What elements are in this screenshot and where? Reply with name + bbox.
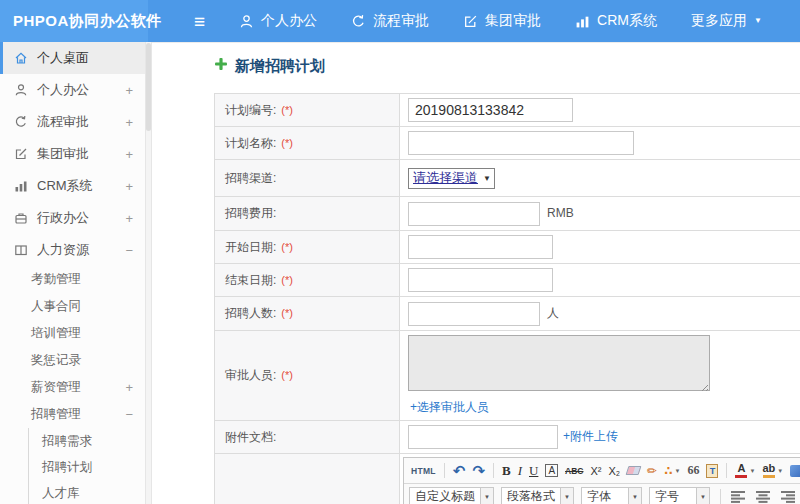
end-date-input[interactable]	[408, 268, 553, 292]
collapse-minus-icon[interactable]: −	[125, 407, 133, 422]
expand-plus-icon[interactable]: +	[125, 179, 133, 194]
font-color-button[interactable]: A▼	[733, 461, 757, 481]
app-logo: PHPOA协同办公软件	[0, 0, 148, 42]
approver-textarea[interactable]	[408, 335, 710, 391]
expand-plus-icon[interactable]: +	[125, 380, 133, 395]
sidebar-item-admin-office[interactable]: 行政办公 +	[0, 202, 145, 234]
border-text-button[interactable]: A	[545, 464, 558, 477]
edit-pen-icon	[14, 147, 28, 161]
form-row-end-date: 结束日期:(*)	[215, 264, 800, 297]
plan-name-input[interactable]	[408, 131, 634, 155]
italic-button[interactable]: I	[516, 461, 524, 481]
sidebar-item-recruit-demand[interactable]: 招聘需求	[29, 428, 145, 454]
sidebar-item-crm[interactable]: CRM系统 +	[0, 170, 145, 202]
bold-button[interactable]: B	[500, 461, 513, 481]
expand-plus-icon[interactable]: +	[125, 147, 133, 162]
undo-button[interactable]: ↶	[451, 461, 468, 481]
format-brush-icon[interactable]: ✏	[645, 461, 659, 481]
sidebar-item-workflow-approval[interactable]: 流程审批 +	[0, 106, 145, 138]
nav-item-workflow-approval[interactable]: 流程审批	[351, 12, 429, 30]
user-icon	[14, 83, 28, 97]
add-plus-icon	[214, 57, 228, 75]
font-family-dropdown[interactable]: 字体▼	[581, 487, 642, 504]
paragraph-format-dropdown[interactable]: 段落格式▼	[501, 487, 574, 504]
underline-button[interactable]: U	[527, 461, 540, 481]
blockquote-button[interactable]: 66	[685, 461, 701, 481]
emotion-icon[interactable]	[790, 465, 800, 477]
subscript-button[interactable]: X₂	[606, 461, 622, 481]
form-row-plan-number: 计划编号:(*)	[215, 94, 800, 127]
top-navbar: PHPOA协同办公软件 ≡ 个人办公 流程审批 集团审批 CRM系统 更多应用 …	[0, 0, 800, 42]
bar-chart-icon	[14, 179, 28, 193]
align-center-icon[interactable]	[752, 491, 774, 503]
required-mark: (*)	[281, 274, 293, 286]
toolbar-separator	[493, 463, 494, 478]
nav-item-crm[interactable]: CRM系统	[575, 12, 657, 30]
field-label: 计划编号:	[225, 103, 276, 117]
color-swatch	[763, 475, 775, 478]
collapse-minus-icon[interactable]: −	[125, 243, 133, 258]
headcount-input[interactable]	[408, 302, 540, 326]
nav-item-group-approval[interactable]: 集团审批	[463, 12, 541, 30]
main-content: 新增招聘计划 计划编号:(*) 计划名称:(*) 招聘渠道: 请选择渠道 ▼	[152, 42, 800, 504]
scrollbar-thumb[interactable]	[146, 43, 151, 131]
sidebar-item-salary[interactable]: 薪资管理 +	[0, 374, 145, 401]
sidebar-item-attendance[interactable]: 考勤管理	[0, 266, 145, 293]
paste-clipboard-icon[interactable]: T	[706, 464, 718, 478]
align-left-icon[interactable]	[727, 491, 749, 503]
superscript-button[interactable]: X²	[588, 461, 603, 481]
sidebar-item-recruit-mgmt[interactable]: 招聘管理 −	[0, 401, 145, 428]
form-row-approver: 审批人员:(*) +选择审批人员	[215, 331, 800, 421]
recruit-plan-form: 计划编号:(*) 计划名称:(*) 招聘渠道: 请选择渠道 ▼ 招聘费用: RM…	[214, 93, 800, 504]
field-label: 审批人员:	[225, 368, 276, 382]
align-right-icon[interactable]	[777, 491, 799, 503]
nav-item-more-apps[interactable]: 更多应用 ▼	[691, 12, 762, 30]
sidebar-item-hr-contract[interactable]: 人事合同	[0, 293, 145, 320]
sidebar-nav: 个人桌面 个人办公 + 流程审批 + 集团审批 + CRM系统 + 行政办公 +	[0, 42, 145, 504]
sidebar-item-training[interactable]: 培训管理	[0, 320, 145, 347]
sidebar-item-personal-desktop[interactable]: 个人桌面	[0, 42, 145, 74]
sidebar-item-hr[interactable]: 人力资源 −	[0, 234, 145, 266]
choose-approver-link[interactable]: +选择审批人员	[410, 399, 800, 416]
field-label: 招聘费用:	[225, 206, 276, 220]
process-arrow-icon	[351, 14, 366, 29]
start-date-input[interactable]	[408, 235, 553, 259]
sidebar-item-rewards[interactable]: 奖惩记录	[0, 347, 145, 374]
eraser-icon[interactable]	[626, 466, 642, 475]
expand-plus-icon[interactable]: +	[125, 211, 133, 226]
chevron-down-icon: ▼	[560, 488, 573, 504]
plan-number-input[interactable]	[408, 98, 573, 122]
cost-input[interactable]	[408, 202, 540, 226]
attachment-input[interactable]	[408, 425, 558, 449]
chevron-down-icon: ▼	[675, 468, 681, 474]
app-window: PHPOA协同办公软件 ≡ 个人办公 流程审批 集团审批 CRM系统 更多应用 …	[0, 0, 800, 504]
nav-item-personal-office[interactable]: 个人办公	[239, 12, 317, 30]
sidebar-item-group-approval[interactable]: 集团审批 +	[0, 138, 145, 170]
chevron-down-icon: ▼	[696, 488, 709, 504]
form-row-start-date: 开始日期:(*)	[215, 231, 800, 264]
redo-button[interactable]: ↷	[470, 461, 487, 481]
field-label: 计划名称:	[225, 136, 276, 150]
sidebar-item-recruit-plan[interactable]: 招聘计划	[29, 454, 145, 480]
required-mark: (*)	[281, 369, 293, 381]
home-icon	[14, 51, 28, 65]
strikethrough-button[interactable]: ABC	[563, 461, 585, 481]
html-source-button[interactable]: HTML	[409, 461, 438, 481]
sidebar-scrollbar[interactable]	[145, 42, 152, 504]
sidebar-item-personal-office[interactable]: 个人办公 +	[0, 74, 145, 106]
channel-select[interactable]: 请选择渠道 ▼	[408, 168, 495, 189]
required-mark: (*)	[281, 307, 293, 319]
menu-toggle-icon[interactable]: ≡	[194, 12, 205, 31]
expand-plus-icon[interactable]: +	[125, 115, 133, 130]
editor-toolbar-row2: 自定义标题▼ 段落格式▼ 字体▼ 字号▼ ∞ ∞	[404, 484, 800, 504]
sidebar-item-talent-pool[interactable]: 人才库	[29, 480, 145, 504]
custom-title-dropdown[interactable]: 自定义标题▼	[409, 487, 494, 504]
font-size-dropdown[interactable]: 字号▼	[649, 487, 710, 504]
expand-plus-icon[interactable]: +	[125, 83, 133, 98]
form-row-editor: HTML ↶ ↷ B I U A ABC X² X₂	[215, 454, 800, 504]
form-row-cost: 招聘费用: RMB	[215, 197, 800, 231]
highlight-color-button[interactable]: ab▼	[760, 461, 785, 481]
attachment-upload-link[interactable]: +附件上传	[563, 429, 618, 443]
field-label: 开始日期:	[225, 240, 276, 254]
auto-typeset-button[interactable]: ∴▼	[662, 461, 682, 481]
